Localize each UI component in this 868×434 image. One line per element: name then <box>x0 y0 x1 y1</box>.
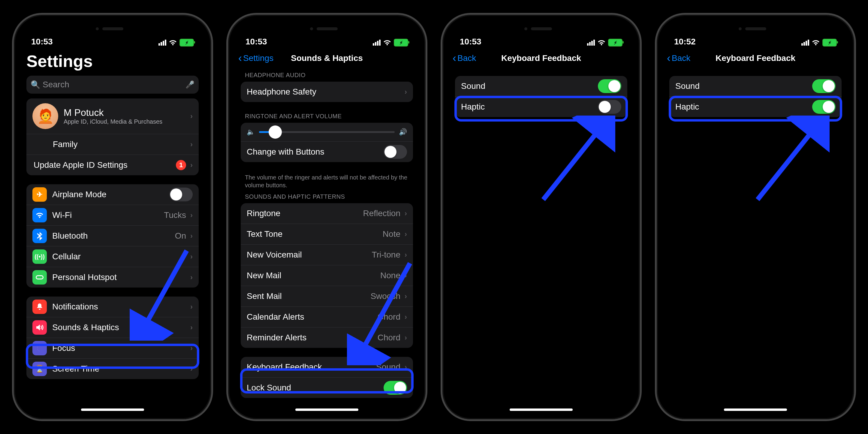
cellular-bars-icon <box>587 40 595 45</box>
notch <box>719 20 792 37</box>
volume-slider-row[interactable]: 🔈 🔊 <box>241 123 413 142</box>
screen-time-row[interactable]: ⏳ Screen Time › <box>26 359 199 379</box>
new-mail-row[interactable]: New MailNone› <box>241 265 413 286</box>
haptic-row[interactable]: Haptic <box>669 96 842 117</box>
page-title: Keyboard Feedback <box>501 54 581 63</box>
cellular-row[interactable]: ((•)) Cellular › <box>26 246 199 267</box>
update-apple-id-row[interactable]: Update Apple ID Settings 1 › <box>26 155 199 175</box>
headphone-safety-row[interactable]: Headphone Safety › <box>241 82 413 102</box>
haptic-toggle[interactable] <box>598 100 621 114</box>
volume-low-icon: 🔈 <box>247 128 255 136</box>
section-header: SOUNDS AND HAPTIC PATTERNS <box>233 191 421 203</box>
avatar: 🧑‍🦰 <box>32 103 58 129</box>
chevron-icon: › <box>190 252 193 261</box>
lock-sound-toggle[interactable] <box>383 381 407 395</box>
family-row[interactable]: Family › <box>26 134 199 155</box>
chevron-icon: › <box>190 365 193 373</box>
speaker-icon <box>32 320 47 335</box>
search-input[interactable]: 🔍 Search 🎤 <box>26 75 199 94</box>
calendar-alerts-row[interactable]: Calendar AlertsChord› <box>241 306 413 327</box>
text-tone-row[interactable]: Text ToneNote› <box>241 224 413 244</box>
cellular-bars-icon <box>158 40 166 45</box>
search-icon: 🔍 <box>31 80 40 89</box>
ringtone-row[interactable]: RingtoneReflection› <box>241 203 413 224</box>
chevron-icon: › <box>405 230 407 238</box>
chevron-icon: › <box>405 209 407 218</box>
notch <box>291 20 363 37</box>
volume-high-icon: 🔊 <box>399 128 407 136</box>
chevron-icon: › <box>405 334 407 342</box>
hotspot-icon <box>32 270 47 284</box>
wifi-icon <box>383 39 392 46</box>
back-button[interactable]: ‹Settings <box>238 54 273 63</box>
back-button[interactable]: ‹Back <box>453 54 476 63</box>
notifications-row[interactable]: Notifications › <box>26 297 199 317</box>
chevron-icon: › <box>405 363 407 371</box>
profile-name: M Potuck <box>64 107 190 118</box>
airplane-icon: ✈︎ <box>32 187 47 202</box>
sound-row[interactable]: Sound <box>669 76 842 96</box>
hourglass-icon: ⏳ <box>32 362 47 376</box>
page-title: Keyboard Feedback <box>716 54 795 63</box>
keyboard-feedback-row[interactable]: Keyboard FeedbackSound› <box>241 357 413 377</box>
apple-id-row[interactable]: 🧑‍🦰 M Potuck Apple ID, iCloud, Media & P… <box>26 98 199 134</box>
chevron-icon: › <box>405 313 407 321</box>
reminder-alerts-row[interactable]: Reminder AlertsChord› <box>241 327 413 348</box>
haptic-toggle[interactable] <box>812 100 836 114</box>
status-time: 10:53 <box>246 37 267 46</box>
chevron-icon: › <box>190 303 193 311</box>
chevron-icon: › <box>190 323 193 332</box>
cellular-bars-icon <box>373 40 380 45</box>
badge: 1 <box>176 160 186 170</box>
bluetooth-icon <box>32 229 47 243</box>
cellular-icon: ((•)) <box>32 249 47 264</box>
volume-slider[interactable] <box>259 131 395 133</box>
chevron-icon: › <box>190 344 193 352</box>
airplane-mode-row[interactable]: ✈︎ Airplane Mode <box>26 184 199 205</box>
home-indicator[interactable] <box>509 408 573 411</box>
battery-icon: ⚡︎ <box>394 39 408 46</box>
chevron-icon: › <box>405 251 407 259</box>
cellular-bars-icon <box>801 40 809 45</box>
haptic-row[interactable]: Haptic <box>455 96 627 117</box>
chevron-icon: › <box>190 140 193 149</box>
change-with-buttons-row[interactable]: Change with Buttons <box>241 142 413 162</box>
battery-icon: ⚡︎ <box>823 39 837 46</box>
hotspot-row[interactable]: Personal Hotspot › <box>26 267 199 287</box>
profile-sub: Apple ID, iCloud, Media & Purchases <box>64 118 190 125</box>
mic-icon: 🎤 <box>185 81 194 89</box>
home-indicator[interactable] <box>295 408 359 411</box>
home-indicator[interactable] <box>724 408 787 411</box>
lock-sound-row[interactable]: Lock Sound <box>241 377 413 398</box>
status-time: 10:53 <box>460 37 482 46</box>
change-buttons-toggle[interactable] <box>383 145 407 159</box>
sound-row[interactable]: Sound <box>455 76 627 96</box>
moon-icon <box>32 341 47 355</box>
search-placeholder: Search <box>42 80 185 89</box>
bluetooth-row[interactable]: Bluetooth On› <box>26 225 199 246</box>
sounds-haptics-row[interactable]: Sounds & Haptics › <box>26 317 199 338</box>
chevron-icon: › <box>190 232 193 240</box>
sound-toggle[interactable] <box>812 79 836 93</box>
back-button[interactable]: ‹Back <box>667 54 690 63</box>
chevron-icon: › <box>405 292 407 301</box>
wifi-row[interactable]: Wi-Fi Tucks› <box>26 205 199 225</box>
chevron-icon: › <box>190 211 193 219</box>
wifi-setting-icon <box>32 208 47 222</box>
chevron-icon: › <box>405 88 407 96</box>
section-header: HEADPHONE AUDIO <box>233 70 421 82</box>
home-indicator[interactable] <box>81 408 144 411</box>
page-title: Settings <box>26 51 199 71</box>
sound-toggle[interactable] <box>598 79 621 93</box>
airplane-toggle[interactable] <box>169 188 193 202</box>
section-footer: The volume of the ringer and alerts will… <box>233 171 421 191</box>
chevron-icon: › <box>405 271 407 280</box>
chevron-icon: › <box>190 161 193 169</box>
sent-mail-row[interactable]: Sent MailSwoosh› <box>241 286 413 306</box>
focus-row[interactable]: Focus › <box>26 338 199 359</box>
new-voicemail-row[interactable]: New VoicemailTri-tone› <box>241 244 413 265</box>
status-time: 10:52 <box>674 37 696 46</box>
chevron-icon: › <box>190 112 193 120</box>
bell-icon <box>32 300 47 314</box>
notch <box>76 20 149 37</box>
